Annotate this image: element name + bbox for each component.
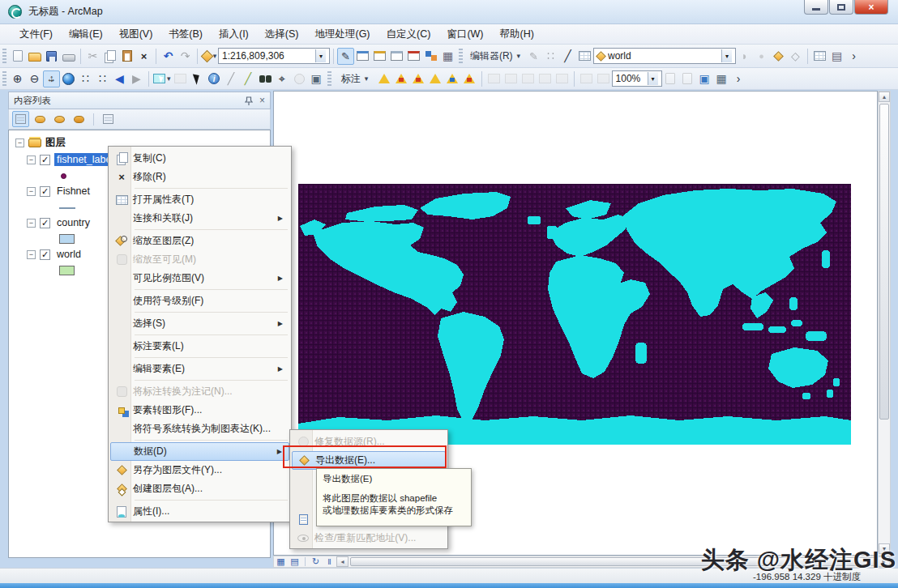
menu-item-joins-relates[interactable]: 连接和关联(J)▶ bbox=[110, 209, 289, 228]
table-of-contents-window-button[interactable] bbox=[354, 48, 371, 65]
layer-name-country[interactable]: country bbox=[54, 216, 92, 229]
menu-bookmarks[interactable]: 书签(B) bbox=[160, 25, 211, 44]
collapse-expander[interactable]: − bbox=[27, 219, 36, 228]
layer-name-fishnet-label[interactable]: fishnet_label bbox=[54, 153, 116, 166]
menu-customize[interactable]: 自定义(C) bbox=[378, 25, 439, 44]
open-button[interactable] bbox=[26, 48, 43, 65]
line-tool-button[interactable]: ╱ bbox=[559, 48, 576, 65]
list-by-drawing-order-button[interactable] bbox=[12, 111, 29, 127]
scroll-up-arrow[interactable]: ▴ bbox=[879, 92, 890, 102]
collapse-expander[interactable]: − bbox=[27, 187, 36, 196]
refresh-view-button[interactable]: ↻ bbox=[309, 556, 323, 568]
label-priority-button[interactable] bbox=[393, 70, 410, 87]
menu-item-use-symbol-levels[interactable]: 使用符号级别(F) bbox=[110, 292, 289, 310]
labeling-menu-button[interactable]: 标注 ▾ bbox=[334, 70, 376, 87]
layer-list-button[interactable]: ▤ bbox=[828, 48, 845, 65]
submenu-item-review-rematch-addresses[interactable]: 检查/重新匹配地址(V)... bbox=[292, 529, 446, 548]
save-button[interactable] bbox=[43, 48, 60, 65]
pan-tool[interactable]: ↔↕ bbox=[43, 70, 60, 87]
menu-item-data[interactable]: 数据(D)▶ bbox=[110, 442, 289, 461]
submenu-item-export-data[interactable]: 导出数据(E)... bbox=[292, 451, 446, 470]
vertical-scrollbar[interactable]: ▴ ▾ bbox=[878, 91, 891, 556]
list-by-source-button[interactable] bbox=[32, 111, 49, 127]
layer-symbol-polygon-green[interactable] bbox=[59, 263, 75, 278]
vertical-scroll-thumb[interactable] bbox=[879, 104, 889, 420]
annotation-tool-2[interactable] bbox=[502, 70, 520, 87]
pause-labeling-button[interactable] bbox=[444, 70, 461, 87]
cut-button[interactable]: ✂ bbox=[84, 48, 101, 65]
menu-item-save-as-layer-file[interactable]: 另存为图层文件(Y)... bbox=[110, 461, 289, 479]
maximize-button[interactable] bbox=[829, 0, 853, 15]
submenu-item-repair-data-source[interactable]: 修复数据源(R)... bbox=[292, 432, 446, 451]
page-text-button[interactable] bbox=[662, 70, 679, 87]
open-attribute-table-button[interactable] bbox=[811, 48, 828, 65]
menu-file[interactable]: 文件(F) bbox=[11, 25, 61, 44]
editor-sketch-toggle-button[interactable]: ✎ bbox=[337, 48, 354, 65]
split-tool-button[interactable]: ◗ bbox=[736, 48, 753, 65]
menu-insert[interactable]: 插入(I) bbox=[211, 25, 257, 44]
view-unplaced-labels-button[interactable] bbox=[461, 70, 478, 87]
print-button[interactable] bbox=[60, 48, 77, 65]
copy-button[interactable] bbox=[101, 48, 118, 65]
zoom-in-tool[interactable]: ⊕ bbox=[9, 70, 26, 87]
go-to-xy-button[interactable]: ⌖ bbox=[274, 70, 291, 87]
menu-item-open-attribute-table[interactable]: 打开属性表(T) bbox=[110, 190, 289, 209]
clear-selection-button[interactable] bbox=[172, 70, 189, 87]
menu-item-copy[interactable]: 复制(C) bbox=[110, 149, 289, 168]
menu-item-zoom-to-make-visible[interactable]: 缩放至可见(M) bbox=[110, 250, 289, 269]
annotation-tool-3[interactable] bbox=[520, 70, 537, 87]
back-extent-button[interactable]: ◀ bbox=[111, 70, 128, 87]
search-window-button[interactable] bbox=[388, 48, 405, 65]
layer-checkbox[interactable]: ✓ bbox=[40, 249, 50, 260]
menu-view[interactable]: 视图(V) bbox=[111, 25, 161, 44]
pause-drawing-button[interactable]: Ⅱ bbox=[323, 556, 336, 568]
data-view-button[interactable]: ▦ bbox=[274, 556, 288, 568]
buffer-tool-button[interactable]: ● bbox=[753, 48, 770, 65]
find-button[interactable] bbox=[257, 70, 274, 87]
time-slider-button[interactable] bbox=[291, 70, 308, 87]
sketch-tool-button[interactable]: ✎ bbox=[525, 48, 542, 65]
undo-button[interactable]: ↶ bbox=[160, 48, 177, 65]
editor-menu-button[interactable]: 编辑器(R) ▾ bbox=[465, 48, 525, 65]
annotation-edit-button[interactable] bbox=[595, 70, 612, 87]
outline-tool-button[interactable]: ◇ bbox=[787, 48, 804, 65]
python-window-button[interactable]: ▦ bbox=[439, 48, 456, 65]
edit-vertices-button[interactable]: ∷ bbox=[542, 48, 559, 65]
forward-extent-button[interactable]: ▶ bbox=[128, 70, 145, 87]
fixed-zoom-in-button[interactable]: ∷ bbox=[77, 70, 94, 87]
collapse-expander[interactable]: − bbox=[27, 250, 36, 259]
layer-checkbox[interactable]: ✓ bbox=[40, 186, 50, 197]
layer-symbol-polygon-blue[interactable] bbox=[59, 232, 75, 246]
delete-button[interactable]: × bbox=[135, 48, 152, 65]
annotation-scale-button[interactable] bbox=[578, 70, 595, 87]
menu-item-convert-labels-to-annotation[interactable]: 将标注转换为注记(N)... bbox=[110, 382, 289, 401]
map-canvas[interactable] bbox=[298, 184, 851, 445]
list-by-visibility-button[interactable] bbox=[51, 111, 68, 127]
label-manager-button[interactable] bbox=[376, 70, 393, 87]
scroll-left-arrow[interactable]: ◂ bbox=[336, 556, 349, 567]
toc-options-button[interactable] bbox=[100, 111, 117, 127]
collapse-expander[interactable]: − bbox=[27, 156, 36, 164]
collapse-expander[interactable]: − bbox=[15, 138, 24, 147]
magnifier-window-button[interactable]: ▦ bbox=[713, 70, 730, 87]
menu-window[interactable]: 窗口(W) bbox=[438, 25, 491, 44]
menu-selection[interactable]: 选择(S) bbox=[257, 25, 307, 44]
fixed-zoom-out-button[interactable]: ∷ bbox=[94, 70, 111, 87]
minimize-button[interactable] bbox=[804, 0, 828, 15]
annotation-tool-5[interactable] bbox=[554, 70, 571, 87]
page-text-button-2[interactable] bbox=[679, 70, 696, 87]
hyperlink-button[interactable]: ╱ bbox=[223, 70, 240, 87]
menu-geoprocessing[interactable]: 地理处理(G) bbox=[306, 25, 378, 44]
layer-checkbox[interactable]: ✓ bbox=[40, 155, 50, 165]
layer-symbol-point[interactable] bbox=[61, 168, 66, 183]
target-layer-combo[interactable]: world ▾ bbox=[593, 48, 736, 64]
zoom-out-tool[interactable]: ⊖ bbox=[26, 70, 43, 87]
list-by-selection-button[interactable] bbox=[71, 111, 88, 127]
annotation-tool-1[interactable] bbox=[485, 70, 502, 87]
menu-item-selection[interactable]: 选择(S)▶ bbox=[110, 314, 289, 333]
toolbar-grip[interactable] bbox=[327, 71, 331, 86]
select-features-button[interactable]: ▾ bbox=[152, 70, 172, 87]
new-map-button[interactable] bbox=[9, 48, 26, 65]
layers-root-label[interactable]: 图层 bbox=[45, 136, 66, 150]
catalog-window-button[interactable] bbox=[371, 48, 388, 65]
